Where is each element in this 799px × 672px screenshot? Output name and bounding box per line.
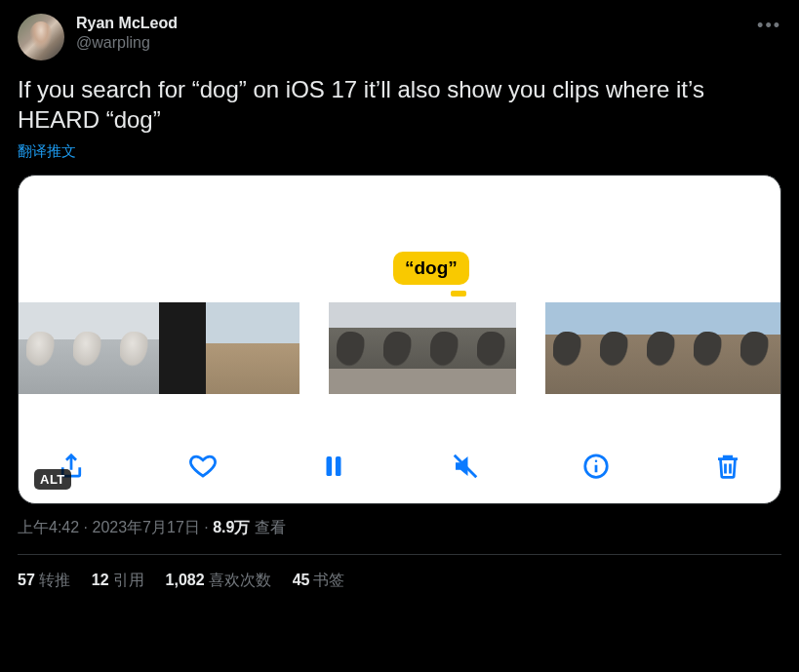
thumbnail [376, 302, 422, 394]
alt-badge[interactable]: ALT [34, 469, 71, 490]
thumbnail [779, 302, 780, 394]
thumbnail [733, 302, 779, 394]
avatar[interactable] [18, 14, 64, 60]
stat-bookmarks[interactable]: 45书签 [293, 571, 345, 591]
svg-rect-0 [327, 456, 333, 476]
thumbnail [545, 302, 592, 394]
info-icon[interactable] [579, 449, 614, 484]
thumbnail [592, 302, 639, 394]
handle[interactable]: @warpling [76, 33, 178, 53]
tweet: Ryan McLeod @warpling ••• If you search … [0, 0, 799, 591]
trash-icon[interactable] [710, 449, 745, 484]
thumbnail [253, 302, 300, 394]
media-card[interactable]: “dog” [18, 175, 781, 504]
tweet-header: Ryan McLeod @warpling ••• [18, 14, 781, 60]
tweet-stats: 57转推 12引用 1,082喜欢次数 45书签 [18, 555, 781, 591]
clip-group [19, 302, 300, 394]
pause-icon[interactable] [316, 449, 351, 484]
clip-group [545, 302, 780, 394]
svg-point-5 [595, 460, 598, 463]
tweet-meta: 上午4:42 · 2023年7月17日 · 8.9万 查看 [18, 518, 781, 538]
thumbnail [112, 302, 159, 394]
video-timeline[interactable] [19, 302, 780, 394]
stat-retweets[interactable]: 57转推 [18, 571, 70, 591]
thumbnail [19, 302, 65, 394]
stat-quotes[interactable]: 12引用 [92, 571, 144, 591]
heart-icon[interactable] [185, 449, 220, 484]
thumbnail [159, 302, 206, 394]
tweet-text: If you search for “dog” on iOS 17 it’ll … [18, 74, 781, 135]
thumbnail [206, 302, 253, 394]
media-toolbar [19, 449, 780, 484]
thumbnail [469, 302, 516, 394]
thumbnail [686, 302, 733, 394]
views-count[interactable]: 8.9万 [213, 519, 250, 535]
thumbnail [65, 302, 112, 394]
views-label: 查看 [250, 519, 285, 535]
clip-group [329, 302, 516, 394]
tweet-date[interactable]: 2023年7月17日 [92, 519, 199, 535]
mute-icon[interactable] [448, 449, 483, 484]
svg-rect-1 [336, 456, 341, 476]
translate-link[interactable]: 翻译推文 [18, 142, 781, 161]
tweet-time[interactable]: 上午4:42 [18, 519, 79, 535]
thumbnail [329, 302, 376, 394]
caption-tick [451, 291, 466, 296]
caption-bubble: “dog” [393, 252, 469, 285]
stat-likes[interactable]: 1,082喜欢次数 [166, 571, 271, 591]
thumbnail [639, 302, 686, 394]
author-names: Ryan McLeod @warpling [76, 14, 178, 53]
display-name[interactable]: Ryan McLeod [76, 14, 178, 33]
thumbnail [422, 302, 469, 394]
more-menu-icon[interactable]: ••• [757, 16, 781, 36]
